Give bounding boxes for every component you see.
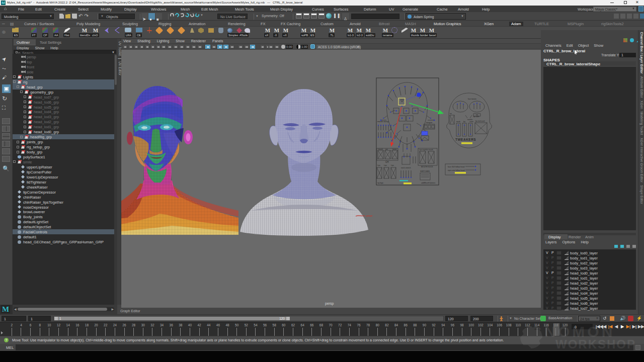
svg-text:CH: CH (385, 161, 389, 163)
svg-text:lips mesh push: lips mesh push (475, 120, 485, 122)
svg-text:breath: breath (378, 148, 383, 150)
svg-text:neck stretch: neck stretch (401, 167, 411, 169)
svg-text:SWITCHES: SWITCHES (420, 170, 430, 172)
svg-text:tongue: tongue (426, 121, 433, 124)
svg-text:eyes aim follow head: eyes aim follow head (448, 169, 465, 171)
svg-text:lips: lips (463, 121, 466, 123)
svg-text:mouth: mouth (456, 121, 460, 123)
svg-text:TWEAKERS: TWEAKERS (455, 138, 476, 141)
svg-text:face tweaks: face tweaks (468, 98, 476, 100)
svg-text:mouth: mouth (429, 149, 433, 151)
svg-text:Lips: Lips (384, 164, 387, 166)
svg-text:mouth sticky: mouth sticky (377, 120, 388, 123)
svg-text:addMouthOptions: addMouthOptions (421, 182, 436, 184)
svg-text:tweak: tweak (392, 148, 397, 150)
svg-text:corner: corner (469, 121, 473, 123)
svg-text:Lips: Lips (391, 164, 394, 166)
svg-text:ear: ear (450, 113, 452, 115)
svg-text:jaw: jaw (385, 148, 388, 150)
svg-text:MOUTH SUCK: MOUTH SUCK (421, 166, 433, 168)
svg-text:Lips: Lips (377, 164, 380, 166)
svg-text:rig logic: rig logic (377, 182, 384, 184)
svg-text:Lips together: Lips together (419, 149, 429, 151)
svg-text:face GUI follow head: face GUI follow head (448, 166, 464, 168)
